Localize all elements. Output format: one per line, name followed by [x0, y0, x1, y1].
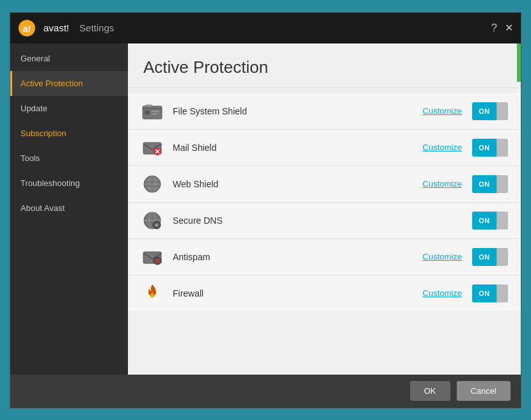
- file-system-shield-customize[interactable]: Customize: [423, 106, 462, 116]
- avast-logo-icon: a!: [18, 19, 36, 37]
- panel-title: Active Protection: [128, 43, 521, 88]
- web-shield-customize[interactable]: Customize: [423, 179, 462, 189]
- secure-dns-name: Secure DNS: [173, 215, 472, 226]
- app-name: avast!: [44, 22, 69, 33]
- toggle-on-label: ON: [472, 212, 496, 229]
- toggle-slider: [496, 102, 508, 120]
- web-shield-icon: [141, 173, 164, 196]
- file-system-shield-row: File System Shield Customize ON: [128, 93, 521, 130]
- cancel-button[interactable]: Cancel: [457, 381, 511, 401]
- svg-text:a!: a!: [23, 24, 31, 34]
- antispam-customize[interactable]: Customize: [423, 252, 462, 261]
- sidebar-item-tools[interactable]: Tools: [10, 146, 128, 171]
- sidebar-item-about-avast[interactable]: About Avast: [10, 196, 128, 221]
- accent-bar: [517, 43, 521, 82]
- panel-body: File System Shield Customize ON: [128, 88, 521, 375]
- toggle-slider: [496, 139, 508, 157]
- mail-shield-row: Mail Shield Customize ON: [128, 130, 521, 166]
- sidebar-item-troubleshooting[interactable]: Troubleshooting: [10, 171, 128, 196]
- window-title: Settings: [79, 22, 114, 33]
- firewall-row: Firewall Customize ON: [128, 276, 521, 311]
- sidebar: General Active Protection Update Subscri…: [10, 43, 128, 375]
- toggle-on-label: ON: [472, 284, 496, 302]
- svg-rect-5: [152, 113, 157, 114]
- web-shield-row: Web Shield Customize ON: [128, 166, 521, 203]
- toggle-on-label: ON: [472, 102, 496, 120]
- secure-dns-icon: [141, 209, 164, 232]
- help-button[interactable]: ?: [491, 23, 497, 33]
- sidebar-item-general[interactable]: General: [10, 46, 128, 71]
- toggle-on-label: ON: [472, 175, 496, 193]
- svg-rect-4: [152, 111, 159, 112]
- sidebar-item-subscription[interactable]: Subscription: [10, 121, 128, 146]
- firewall-customize[interactable]: Customize: [423, 288, 462, 298]
- toggle-on-label: ON: [472, 139, 496, 157]
- antispam-row: Antispam Customize ON: [128, 239, 521, 276]
- file-system-shield-icon: [141, 100, 164, 123]
- toggle-slider: [496, 284, 508, 302]
- secure-dns-row: Secure DNS ON: [128, 203, 521, 239]
- logo-area: a! avast! Settings: [18, 19, 114, 37]
- antispam-toggle[interactable]: ON: [472, 248, 508, 266]
- file-system-shield-toggle[interactable]: ON: [472, 102, 508, 120]
- main-content: General Active Protection Update Subscri…: [10, 43, 521, 375]
- footer: OK Cancel: [10, 375, 521, 408]
- secure-dns-toggle[interactable]: ON: [472, 212, 508, 229]
- right-panel: Active Protection File Sys: [128, 43, 521, 375]
- web-shield-name: Web Shield: [173, 179, 423, 189]
- svg-rect-3: [145, 111, 150, 114]
- sidebar-item-active-protection[interactable]: Active Protection: [10, 71, 128, 96]
- close-button[interactable]: ✕: [505, 23, 513, 33]
- main-window: a! avast! Settings ? ✕ General Active Pr…: [10, 12, 521, 408]
- titlebar-controls: ? ✕: [491, 23, 513, 33]
- sidebar-item-update[interactable]: Update: [10, 96, 128, 121]
- file-system-shield-name: File System Shield: [173, 106, 423, 116]
- firewall-toggle[interactable]: ON: [472, 284, 508, 302]
- antispam-icon: [141, 245, 164, 268]
- titlebar: a! avast! Settings ? ✕: [10, 13, 521, 43]
- mail-shield-toggle[interactable]: ON: [472, 139, 508, 157]
- ok-button[interactable]: OK: [410, 381, 450, 401]
- toggle-on-label: ON: [472, 248, 496, 266]
- toggle-slider: [496, 175, 508, 193]
- mail-shield-customize[interactable]: Customize: [423, 143, 462, 152]
- antispam-name: Antispam: [173, 252, 423, 262]
- firewall-icon: [141, 282, 164, 305]
- toggle-slider: [496, 212, 508, 229]
- mail-shield-name: Mail Shield: [173, 143, 423, 153]
- firewall-name: Firewall: [173, 288, 423, 299]
- web-shield-toggle[interactable]: ON: [472, 175, 508, 193]
- toggle-slider: [496, 248, 508, 266]
- mail-shield-icon: [141, 136, 164, 159]
